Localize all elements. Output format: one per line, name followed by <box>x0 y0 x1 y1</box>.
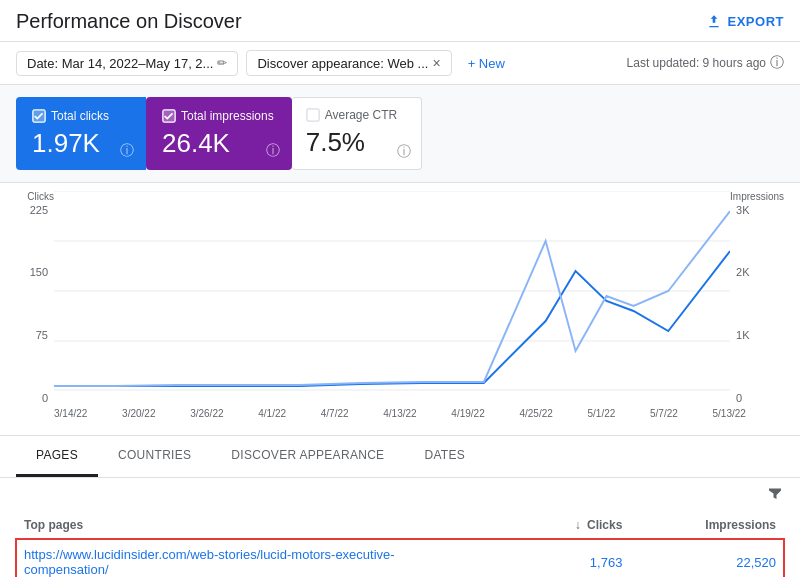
tab-dates[interactable]: DATES <box>404 436 485 477</box>
metric-impressions-label: Total impressions <box>181 109 274 123</box>
filters-bar: Date: Mar 14, 2022–May 17, 2... ✏ Discov… <box>0 42 800 85</box>
y-left-label: Clicks <box>27 191 54 202</box>
sort-down-icon: ↓ <box>575 518 581 532</box>
chart-canvas <box>54 191 730 391</box>
metrics-section: Total clicks 1.97K ⓘ Total impressions 2… <box>0 85 800 183</box>
metrics-row: Total clicks 1.97K ⓘ Total impressions 2… <box>16 97 784 170</box>
export-icon <box>706 14 722 30</box>
last-updated: Last updated: 9 hours ago ⓘ <box>627 54 784 72</box>
y-left-axis: 225 150 75 0 <box>22 204 54 404</box>
filter-icon[interactable] <box>766 484 784 506</box>
metric-average-ctr[interactable]: Average CTR 7.5% ⓘ <box>292 97 422 170</box>
page-title: Performance on Discover <box>16 10 242 33</box>
data-table: Top pages ↓ Clicks Impressions https://w… <box>16 512 784 577</box>
appearance-filter-label: Discover appearance: Web ... <box>257 56 428 71</box>
table-filter-row <box>16 478 784 512</box>
metric-impressions-value: 26.4K <box>162 129 274 158</box>
table-row: https://www.lucidinsider.com/web-stories… <box>16 539 784 577</box>
y-right-label: Impressions <box>730 191 784 202</box>
export-button[interactable]: EXPORT <box>706 14 784 30</box>
y-right-axis: 3K 2K 1K 0 <box>730 204 762 404</box>
pencil-icon: ✏ <box>217 56 227 70</box>
tab-countries[interactable]: COUNTRIES <box>98 436 211 477</box>
metric-ctr-value: 7.5% <box>306 128 405 157</box>
appearance-filter-chip[interactable]: Discover appearance: Web ... × <box>246 50 451 76</box>
checkbox-icon-impressions <box>162 109 176 123</box>
x-axis: 3/14/22 3/20/22 3/26/22 4/1/22 4/7/22 4/… <box>16 404 784 423</box>
info-icon-ctr: ⓘ <box>397 143 411 161</box>
new-filter-button[interactable]: + New <box>460 52 513 75</box>
metric-total-clicks[interactable]: Total clicks 1.97K ⓘ <box>16 97 146 170</box>
checkbox-icon <box>32 109 46 123</box>
page-url-link[interactable]: https://www.lucidinsider.com/web-stories… <box>24 547 395 577</box>
info-icon-clicks: ⓘ <box>120 142 134 160</box>
metric-clicks-value: 1.97K <box>32 129 128 158</box>
header: Performance on Discover EXPORT <box>0 0 800 42</box>
close-icon[interactable]: × <box>432 55 440 71</box>
info-icon-impressions: ⓘ <box>266 142 280 160</box>
page-url-cell[interactable]: https://www.lucidinsider.com/web-stories… <box>16 539 477 577</box>
checkbox-icon-ctr <box>306 108 320 122</box>
col-header-page: Top pages <box>16 512 477 539</box>
date-filter-label: Date: Mar 14, 2022–May 17, 2... <box>27 56 213 71</box>
tab-discover-appearance[interactable]: DISCOVER APPEARANCE <box>211 436 404 477</box>
filters-left: Date: Mar 14, 2022–May 17, 2... ✏ Discov… <box>16 50 513 76</box>
metric-ctr-label: Average CTR <box>325 108 397 122</box>
table-section: Top pages ↓ Clicks Impressions https://w… <box>0 478 800 577</box>
chart-section: Clicks 225 150 75 0 <box>0 183 800 427</box>
tabs-section: PAGES COUNTRIES DISCOVER APPEARANCE DATE… <box>0 435 800 478</box>
info-icon: ⓘ <box>770 54 784 72</box>
tab-pages[interactable]: PAGES <box>16 436 98 477</box>
svg-rect-2 <box>307 109 319 121</box>
metric-total-impressions[interactable]: Total impressions 26.4K ⓘ <box>146 97 292 170</box>
clicks-cell: 1,763 <box>477 539 631 577</box>
metric-clicks-label: Total clicks <box>51 109 109 123</box>
col-header-impressions: Impressions <box>630 512 784 539</box>
date-filter-chip[interactable]: Date: Mar 14, 2022–May 17, 2... ✏ <box>16 51 238 76</box>
impressions-cell: 22,520 <box>630 539 784 577</box>
col-header-clicks: ↓ Clicks <box>477 512 631 539</box>
